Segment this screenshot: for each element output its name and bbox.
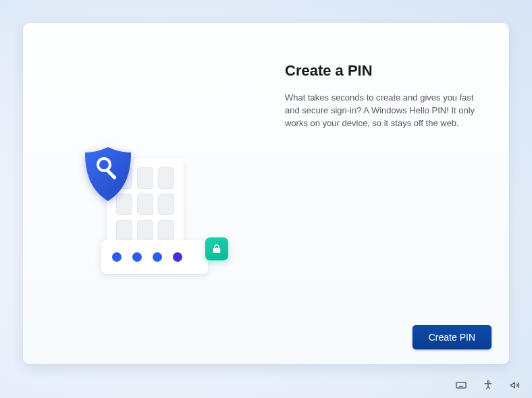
keypad-key bbox=[116, 220, 132, 241]
shield-icon bbox=[81, 144, 135, 204]
pin-dot bbox=[112, 252, 122, 262]
svg-point-11 bbox=[487, 380, 489, 382]
page-body: What takes seconds to create and gives y… bbox=[285, 92, 485, 130]
keypad-key bbox=[137, 167, 153, 189]
keypad-key bbox=[158, 220, 174, 241]
content-area: Create a PIN What takes seconds to creat… bbox=[285, 62, 485, 130]
secure-badge bbox=[205, 237, 228, 260]
pin-dot bbox=[132, 252, 142, 262]
page-title: Create a PIN bbox=[285, 62, 485, 80]
accessibility-icon[interactable] bbox=[481, 378, 496, 393]
oobe-card: Create a PIN What takes seconds to creat… bbox=[23, 23, 509, 364]
keypad-key bbox=[158, 167, 174, 189]
keypad-key bbox=[137, 220, 153, 241]
pin-dot bbox=[153, 252, 162, 262]
keypad-key bbox=[137, 194, 153, 215]
system-tray bbox=[454, 378, 523, 393]
hero-illustration bbox=[72, 146, 247, 287]
keyboard-icon[interactable] bbox=[454, 378, 469, 393]
pin-entry-strip bbox=[101, 240, 208, 274]
pin-dot bbox=[173, 252, 182, 262]
svg-rect-3 bbox=[213, 248, 221, 254]
volume-icon[interactable] bbox=[508, 378, 523, 393]
svg-rect-4 bbox=[456, 382, 466, 388]
keypad-key bbox=[158, 194, 174, 215]
create-pin-button[interactable]: Create PIN bbox=[413, 325, 491, 349]
